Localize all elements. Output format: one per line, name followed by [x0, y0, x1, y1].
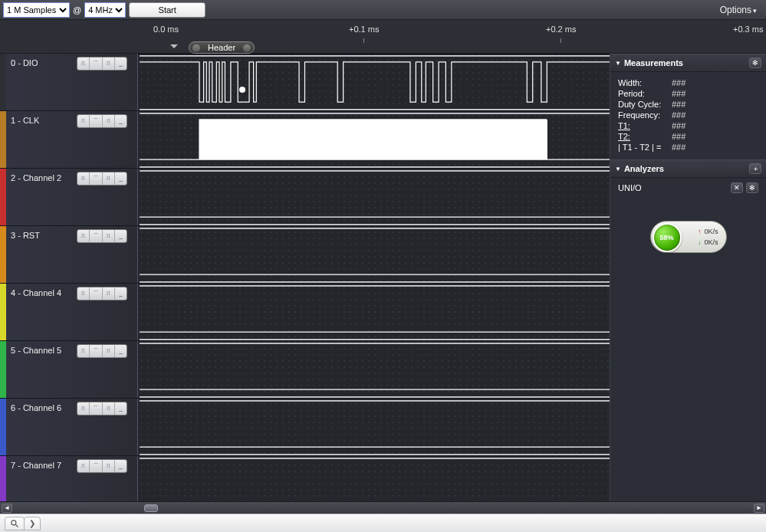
channel-color-stripe — [0, 456, 6, 501]
measurement-row: Period:### — [618, 89, 758, 98]
measurement-value: ### — [672, 143, 685, 152]
close-icon[interactable]: ✕ — [731, 182, 743, 193]
add-analyzer-button[interactable]: ＋ — [749, 163, 761, 174]
waveform[interactable] — [140, 116, 610, 163]
trigger-control[interactable]: ⎍¯⎍_ — [77, 459, 127, 473]
trigger-control[interactable]: ⎍¯⎍_ — [77, 114, 127, 128]
measurement-value: ### — [672, 89, 685, 98]
channel-name: 5 - Channel 5 — [11, 346, 61, 355]
measurements-header[interactable]: ▼ Measurements ✻ — [610, 54, 766, 72]
decode-badge-label: Header — [208, 43, 235, 52]
waveform[interactable] — [140, 403, 610, 451]
time-tick-label: +0.2 ms — [546, 25, 576, 34]
measurement-key: T2: — [618, 132, 672, 141]
analyzer-name: UNI/O — [618, 183, 731, 192]
trigger-control[interactable]: ⎍¯⎍_ — [77, 287, 127, 300]
time-tick-label: +0.3 ms — [733, 25, 763, 34]
search-tab[interactable] — [5, 517, 25, 530]
speed-percent: 58% — [653, 223, 682, 252]
track-header[interactable]: 7 - Channel 7⎍¯⎍_ — [0, 456, 138, 501]
side-panel: ▼ Measurements ✻ Width:###Period:###Duty… — [610, 54, 766, 501]
scroll-thumb[interactable] — [144, 504, 158, 512]
time-tick-label: +0.1 ms — [349, 25, 379, 34]
measurements-title: Measurements — [624, 58, 683, 67]
h-scrollbar[interactable]: ◄ ► — [0, 501, 766, 514]
measurement-value: ### — [672, 78, 685, 87]
channel-name: 3 - RST — [11, 231, 40, 240]
measurement-row: T1:### — [618, 121, 758, 130]
options-menu[interactable]: Options — [714, 5, 763, 15]
gear-icon[interactable]: ✻ — [749, 57, 761, 68]
speed-up: 0K/s — [698, 226, 718, 237]
waveform[interactable] — [140, 288, 610, 336]
measurement-value: ### — [672, 110, 685, 120]
waveform[interactable] — [140, 346, 610, 393]
trigger-control[interactable]: ⎍¯⎍_ — [77, 57, 127, 71]
waveform-area[interactable]: 0 - DIO⎍¯⎍_1 - CLK⎍¯⎍_2 - Channel 2⎍¯⎍_3… — [0, 54, 610, 501]
channel-color-stripe — [0, 226, 6, 283]
trigger-control[interactable]: ⎍¯⎍_ — [77, 402, 127, 415]
expand-tab[interactable]: ❯ — [24, 517, 41, 530]
origin-marker[interactable] — [170, 44, 178, 52]
at-label: @ — [73, 5, 81, 15]
scroll-right-button[interactable]: ► — [754, 504, 764, 513]
scroll-left-button[interactable]: ◄ — [2, 504, 12, 513]
speed-widget[interactable]: 58% 0K/s 0K/s — [650, 221, 727, 253]
gear-icon[interactable]: ✻ — [746, 182, 758, 193]
waveform[interactable] — [140, 231, 610, 278]
channel-color-stripe — [0, 54, 6, 110]
decode-badge[interactable]: Header — [189, 41, 255, 54]
timeline-header[interactable]: 0.0 ms +0.1 ms +0.2 ms +0.3 ms Header — [0, 20, 766, 54]
analyzers-header[interactable]: ▼ Analyzers ＋ — [610, 159, 766, 178]
measurement-row: Width:### — [618, 78, 758, 87]
status-bar: ❯ — [0, 514, 766, 532]
track-row: 3 - RST⎍¯⎍_ — [0, 226, 610, 284]
track-header[interactable]: 0 - DIO⎍¯⎍_ — [0, 54, 138, 110]
waveform[interactable] — [140, 173, 610, 221]
start-button[interactable]: Start — [129, 2, 205, 18]
svg-line-1 — [16, 524, 18, 527]
disclosure-icon: ▼ — [615, 166, 621, 172]
trigger-control[interactable]: ⎍¯⎍_ — [77, 344, 127, 358]
channel-name: 1 - CLK — [11, 116, 39, 125]
samples-select[interactable]: 1 M Samples — [3, 2, 70, 18]
measurement-key: Width: — [618, 78, 672, 87]
measurement-row: Frequency:### — [618, 110, 758, 120]
track-row: 0 - DIO⎍¯⎍_ — [0, 54, 610, 111]
channel-color-stripe — [0, 169, 6, 225]
track-header[interactable]: 5 - Channel 5⎍¯⎍_ — [0, 341, 138, 398]
waveform[interactable] — [140, 58, 610, 106]
scroll-track[interactable] — [14, 504, 752, 512]
track-header[interactable]: 4 - Channel 4⎍¯⎍_ — [0, 284, 138, 340]
channel-color-stripe — [0, 341, 6, 398]
time-origin-label: 0.0 ms — [153, 25, 179, 34]
speed-down: 0K/s — [698, 237, 718, 248]
track-row: 6 - Channel 6⎍¯⎍_ — [0, 399, 610, 456]
disclosure-icon: ▼ — [615, 60, 621, 67]
measurement-value: ### — [672, 132, 685, 141]
track-row: 1 - CLK⎍¯⎍_ — [0, 111, 610, 169]
track-header[interactable]: 3 - RST⎍¯⎍_ — [0, 226, 138, 283]
track-header[interactable]: 1 - CLK⎍¯⎍_ — [0, 111, 138, 168]
channel-color-stripe — [0, 399, 6, 455]
analyzers-title: Analyzers — [624, 164, 664, 173]
waveform[interactable] — [140, 461, 610, 501]
channel-name: 4 - Channel 4 — [11, 288, 61, 297]
channel-name: 6 - Channel 6 — [11, 403, 61, 412]
track-row: 5 - Channel 5⎍¯⎍_ — [0, 341, 610, 399]
measurement-value: ### — [672, 121, 685, 130]
toolbar: 1 M Samples @ 4 MHz Start Options — [0, 0, 766, 20]
channel-name: 0 - DIO — [11, 58, 38, 67]
trigger-control[interactable]: ⎍¯⎍_ — [77, 229, 127, 243]
rate-select[interactable]: 4 MHz — [84, 2, 126, 18]
channel-color-stripe — [0, 111, 6, 168]
analyzer-item[interactable]: UNI/O ✕ ✻ — [610, 178, 766, 198]
track-header[interactable]: 6 - Channel 6⎍¯⎍_ — [0, 399, 138, 455]
channel-name: 7 - Channel 7 — [11, 461, 61, 470]
measurement-key: Duty Cycle: — [618, 100, 672, 109]
measurement-key: | T1 - T2 | = — [618, 143, 672, 152]
trigger-control[interactable]: ⎍¯⎍_ — [77, 172, 127, 186]
track-row: 4 - Channel 4⎍¯⎍_ — [0, 284, 610, 341]
track-header[interactable]: 2 - Channel 2⎍¯⎍_ — [0, 169, 138, 225]
measurement-value: ### — [672, 100, 685, 109]
